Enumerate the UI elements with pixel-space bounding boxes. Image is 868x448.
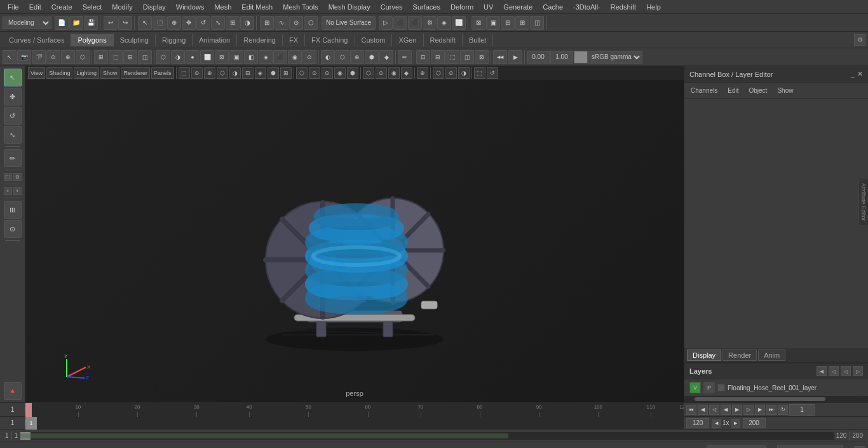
tab-bullet[interactable]: Bullet xyxy=(463,34,494,46)
vp-cam-btn[interactable]: 📷 xyxy=(17,50,31,64)
move-tool[interactable]: ✥ xyxy=(4,88,22,105)
tl-next-key-btn[interactable]: ▶ xyxy=(755,405,765,415)
tab-redshift[interactable]: Redshift xyxy=(424,34,463,46)
menu-select[interactable]: Select xyxy=(78,2,107,12)
anim-prev-btn[interactable]: ◀◀ xyxy=(493,50,507,64)
speed-down-btn[interactable]: ◀ xyxy=(712,419,721,428)
layer-up-btn[interactable]: ◁ xyxy=(841,366,851,376)
vp-icon11[interactable]: ⊙ xyxy=(309,67,320,79)
tl-prev-key-btn[interactable]: ◀ xyxy=(698,405,708,415)
display-mode7[interactable]: ◧ xyxy=(244,50,258,64)
cam-tool4[interactable]: ◫ xyxy=(460,50,474,64)
layer-down-btn[interactable]: ▷ xyxy=(853,366,863,376)
shading-btn5[interactable]: ◆ xyxy=(379,50,393,64)
shading-btn2[interactable]: ⬡ xyxy=(336,50,349,64)
tl-prev-frame-btn[interactable]: ◁ xyxy=(709,405,719,415)
tl-play-back-btn[interactable]: ◀ xyxy=(721,405,731,415)
display-mode3[interactable]: ● xyxy=(186,50,200,64)
vp-icon3[interactable]: ⊕ xyxy=(204,67,215,79)
universal-btn[interactable]: ⊞ xyxy=(226,16,240,30)
paint-tool[interactable]: ✏ xyxy=(4,149,22,167)
tab-custom[interactable]: Custom xyxy=(355,34,393,46)
gamma-offset-input[interactable] xyxy=(527,51,550,64)
menu-mesh-display[interactable]: Mesh Display xyxy=(323,2,376,12)
layer-add-btn[interactable]: ◀ xyxy=(817,366,827,376)
plus-btn1[interactable]: + xyxy=(4,187,12,195)
frame-range-track[interactable]: 1 xyxy=(25,417,684,430)
vp-icon16[interactable]: ⊙ xyxy=(376,67,387,79)
menu-file[interactable]: File xyxy=(3,2,24,12)
vp-icon10[interactable]: ⬡ xyxy=(296,67,308,79)
vp-icon4[interactable]: ⬡ xyxy=(217,67,228,79)
layout-btn3[interactable]: ⊟ xyxy=(501,16,515,30)
live-surface-btn[interactable]: No Live Surface xyxy=(322,16,376,30)
gamma-exposure-input[interactable] xyxy=(550,51,573,64)
tl-loop-btn[interactable]: ↻ xyxy=(778,405,788,415)
vp-lighting-menu[interactable]: Lighting xyxy=(74,67,99,79)
channels-menu[interactable]: Channels xyxy=(687,86,721,95)
vp-icon13[interactable]: ◉ xyxy=(334,67,346,79)
mode-selector[interactable]: Modeling Rigging Animation Rendering FX xyxy=(3,17,51,29)
scale-btn[interactable]: ⤡ xyxy=(211,16,225,30)
vp-icon6[interactable]: ⊟ xyxy=(242,67,254,79)
cam-tool1[interactable]: ⊡ xyxy=(416,50,430,64)
pencil-btn[interactable]: ✏ xyxy=(398,50,412,64)
display-mode1[interactable]: ⬡ xyxy=(156,50,170,64)
tl-skip-end-btn[interactable]: ⏭ xyxy=(766,405,776,415)
tab-fx-caching[interactable]: FX Caching xyxy=(305,34,355,46)
vp-snap3[interactable]: ◫ xyxy=(138,50,152,64)
menu-modify[interactable]: Modify xyxy=(107,2,137,12)
layer-visibility-btn[interactable]: V xyxy=(689,382,701,393)
layer-pickable-btn[interactable]: P xyxy=(703,382,715,393)
vp-icon19[interactable]: ⊕ xyxy=(417,67,428,79)
timeline-playhead[interactable] xyxy=(25,403,32,417)
tab-rendering[interactable]: Rendering xyxy=(237,34,283,46)
current-frame-input[interactable] xyxy=(789,404,815,416)
tab-polygons[interactable]: Polygons xyxy=(71,34,113,46)
tab-rigging[interactable]: Rigging xyxy=(156,34,193,46)
vp-icon9[interactable]: ⊞ xyxy=(280,67,292,79)
anim-layer-selector[interactable]: No Anim Layer xyxy=(707,445,766,449)
undo-btn[interactable]: ↩ xyxy=(104,16,118,30)
vp-icon18[interactable]: ◆ xyxy=(401,67,412,79)
open-file-btn[interactable]: 📁 xyxy=(69,16,83,30)
menu-mesh-tools[interactable]: Mesh Tools xyxy=(278,2,323,12)
menu-edit-mesh[interactable]: Edit Mesh xyxy=(236,2,278,12)
menu-windows[interactable]: Windows xyxy=(171,2,210,12)
tl-play-btn[interactable]: ▶ xyxy=(732,405,742,415)
vp-snap1[interactable]: ⬚ xyxy=(109,50,123,64)
snap-curve-btn[interactable]: ∿ xyxy=(275,16,288,30)
edit-menu[interactable]: Edit xyxy=(724,86,742,95)
rotate-tool[interactable]: ↺ xyxy=(4,107,22,125)
menu-cache[interactable]: Cache xyxy=(538,2,568,12)
layout-btn5[interactable]: ◫ xyxy=(530,16,544,30)
vp-panels-menu[interactable]: Panels xyxy=(151,67,174,79)
layer-remove-btn[interactable]: ◁ xyxy=(829,366,839,376)
vp-icon15[interactable]: ⬡ xyxy=(363,67,374,79)
vp-renderer-menu[interactable]: Renderer xyxy=(121,67,150,79)
workspace-settings-btn[interactable]: ⚙ xyxy=(854,34,865,46)
vp-render-btn[interactable]: 🎬 xyxy=(32,50,46,64)
display-mode5[interactable]: ⊠ xyxy=(215,50,229,64)
vp-shading-menu[interactable]: Shading xyxy=(46,67,72,79)
display-mode11[interactable]: ⊙ xyxy=(302,50,316,64)
timeline-ruler[interactable]: 1102030405060708090100110120 xyxy=(25,403,684,417)
show-menu[interactable]: Show xyxy=(773,86,797,95)
menu-curves[interactable]: Curves xyxy=(376,2,408,12)
menu-mesh[interactable]: Mesh xyxy=(209,2,236,12)
display-mode8[interactable]: ◈ xyxy=(259,50,273,64)
menu-deform[interactable]: Deform xyxy=(445,2,478,12)
attribute-editor-side-tab[interactable]: Attribute Editor xyxy=(858,179,868,225)
vp-icon23[interactable]: ⬚ xyxy=(474,67,485,79)
rect-select[interactable]: ⬚ xyxy=(4,173,12,181)
tab-curves-surfaces[interactable]: Curves / Surfaces xyxy=(3,34,71,46)
lasso-btn[interactable]: ⬚ xyxy=(153,16,166,30)
snap-surface-btn[interactable]: ⬡ xyxy=(304,16,318,30)
ipr-btn[interactable]: ⬛ xyxy=(393,16,407,30)
vp-icon2[interactable]: ⊙ xyxy=(191,67,203,79)
anim-play-btn[interactable]: ▶ xyxy=(508,50,522,64)
tl-skip-start-btn[interactable]: ⏮ xyxy=(686,405,696,415)
lasso-select[interactable]: ⊙ xyxy=(13,173,22,181)
object-menu[interactable]: Object xyxy=(745,86,771,95)
vp-snap2[interactable]: ⊟ xyxy=(123,50,137,64)
